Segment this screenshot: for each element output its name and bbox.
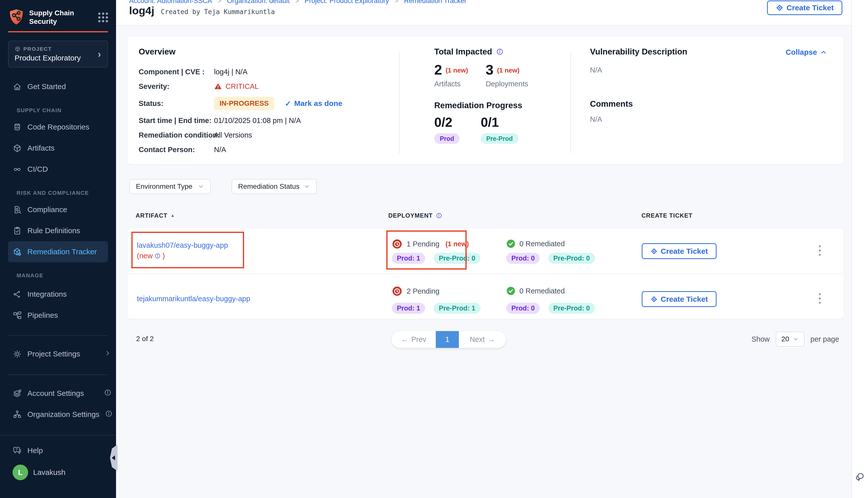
artifacts-count: 2 [434,62,442,78]
sidebar-item-account-settings[interactable]: Account Settings [0,383,116,404]
user-menu[interactable]: L Lavakush [0,464,116,480]
artifact-link[interactable]: lavakush07/easy-buggy-app [137,241,228,249]
row-menu-kebab-icon[interactable] [817,245,823,256]
sidebar-item-artifacts[interactable]: Artifacts [0,137,116,159]
remediated-count: 0 Remediated [519,240,565,248]
overview-row-severity: Severity: CRITICAL [139,79,395,94]
breadcrumb-account[interactable]: Account: Automation-SSCA [129,0,212,4]
breadcrumb-separator: > [218,0,221,4]
chevron-right-icon [104,350,112,359]
sidebar-item-rule-definitions[interactable]: Rule Definitions [0,220,116,241]
overview-heading: Overview [139,47,176,56]
page-number-active[interactable]: 1 [436,331,459,348]
pager: ← Prev 1 Next → [391,331,506,348]
sidebar-item-code-repositories[interactable]: Code Repositories [0,117,116,137]
remediated-status: 0 Remediated [506,286,565,296]
overview-row-time: Start time | End time: 01/10/2025 01:08 … [139,113,395,128]
avatar: L [13,464,28,480]
info-icon[interactable] [105,410,113,419]
remediated-count: 0 Remediated [519,287,565,295]
overview-row-condition: Remediation condition: All Versions [139,128,395,142]
preprod-badge: Pre-Prod: 0 [548,303,595,314]
cube-icon [13,144,22,153]
brand-accent-divider [8,31,108,32]
sidebar-footer: ? Help L Lavakush [0,435,116,498]
artifact-link[interactable]: tejakummarikuntla/easy-buggy-app [137,295,250,303]
row-menu-kebab-icon[interactable] [817,293,823,304]
ticket-diamond-icon [650,248,658,255]
filters: Environment Type Remediation Status [129,179,317,194]
layers-gear-icon [13,389,22,398]
info-icon[interactable] [496,48,504,55]
info-icon[interactable] [436,212,442,219]
vulnerability-description-value: N/A [590,66,602,74]
collapse-button[interactable]: Collapse [786,48,827,56]
sidebar-item-project-settings[interactable]: Project Settings [0,343,116,365]
preprod-pill: Pre-Prod [481,133,518,144]
preprod-badge: Pre-Prod: 1 [434,303,480,314]
sidebar-item-label: Remediation Tracker [27,248,97,256]
breadcrumb-organization[interactable]: Organization: default [227,0,289,4]
info-icon[interactable] [154,253,161,259]
create-ticket-button[interactable]: Create Ticket [642,291,716,307]
contact-value: N/A [214,146,226,154]
project-selector[interactable]: PROJECT Product Exploratory › [8,41,108,67]
column-header-artifact[interactable]: ARTIFACT ▲ [135,212,175,219]
page-size-select[interactable]: 20 [776,331,804,346]
right-rail [852,0,868,498]
time-value: 01/10/2025 01:08 pm | N/A [214,117,301,125]
pending-new-count: (1 new) [445,240,469,248]
breadcrumb-remediation-tracker[interactable]: Remediation Tracker [404,0,466,4]
sidebar-item-get-started[interactable]: Get Started [0,76,116,97]
divider [8,335,108,336]
breadcrumb-project[interactable]: Project: Product Exploratory [305,0,389,4]
breadcrumb: Account: Automation-SSCA > Organization:… [129,0,470,5]
mark-as-done-button[interactable]: ✓ Mark as done [285,99,342,108]
brand: Supply Chain Security [0,0,116,26]
sidebar-item-integrations[interactable]: Integrations [0,284,116,305]
arrow-left-icon: ← [401,335,409,344]
sidebar-item-help[interactable]: ? Help [0,443,116,458]
prod-badge: Prod: 1 [392,253,425,264]
create-ticket-button[interactable]: Create Ticket [767,0,842,15]
sidebar-item-label: Help [27,446,43,455]
artifact-new-flag: (new ) [137,252,228,260]
sidebar-item-organization-settings[interactable]: Organization Settings [0,404,116,425]
environment-type-filter[interactable]: Environment Type [129,179,211,194]
sidebar-item-label: Account Settings [27,389,84,397]
apps-grid-icon[interactable] [98,13,108,22]
breadcrumb-separator: > [394,0,398,4]
help-chat-icon: ? [13,446,22,455]
sidebar-item-pipelines[interactable]: Pipelines [0,305,116,326]
sidebar-item-compliance[interactable]: Compliance [0,199,116,220]
breadcrumb-separator: > [295,0,299,4]
chevron-down-icon [198,183,204,190]
gear-icon [13,350,22,359]
main-content: Account: Automation-SSCA > Organization:… [116,0,868,498]
sidebar-item-cicd[interactable]: CI/CD [0,159,116,180]
remediated-status: 0 Remediated [506,239,565,248]
sidebar-item-label: Project Settings [27,350,80,358]
table-row: lavakush07/easy-buggy-app (new ) 1 Pendi… [127,228,844,274]
pending-count: 2 Pending [406,287,440,296]
column-header-create-ticket: CREATE TICKET [642,212,692,219]
next-page-button[interactable]: Next → [459,331,506,348]
warning-triangle-icon [214,82,222,90]
home-icon [13,82,22,91]
document-search-icon [13,205,22,214]
create-ticket-button[interactable]: Create Ticket [642,243,716,259]
prev-page-button[interactable]: ← Prev [391,331,436,348]
remediated-check-icon [506,239,515,248]
sidebar-item-remediation-tracker[interactable]: Remediation Tracker [8,241,108,262]
support-chat-icon[interactable] [854,471,866,484]
info-icon[interactable] [104,389,112,398]
project-label: PROJECT [23,46,52,52]
remediation-status-filter[interactable]: Remediation Status [232,179,317,194]
sort-ascending-icon: ▲ [170,213,175,218]
preprod-progress-value: 0/1 [481,115,518,130]
pending-status: 1 Pending (1 new) [392,239,469,249]
chevron-down-icon [793,336,799,342]
total-impacted-heading: Total Impacted [434,47,504,56]
preprod-badge: Pre-Prod: 0 [434,253,480,264]
overview-row-status: Status: IN-PROGRESS ✓ Mark as done [139,94,395,113]
